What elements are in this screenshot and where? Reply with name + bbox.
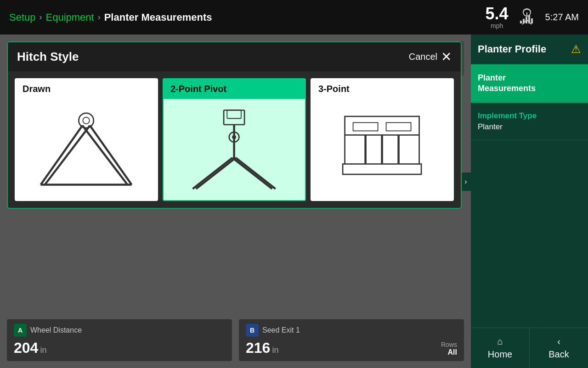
- option-drawn[interactable]: Drawn: [15, 78, 158, 201]
- content-area: Frame Type Single Hitch Style 2-Point Pi…: [0, 34, 471, 368]
- option-2point[interactable]: 2-Point Pivot: [163, 78, 306, 201]
- wheel-distance-unit: in: [40, 345, 46, 355]
- signal-icon: [518, 7, 536, 28]
- seed-exit-measurement: 216 in: [246, 339, 278, 356]
- svg-rect-24: [353, 123, 378, 131]
- svg-rect-25: [386, 123, 411, 131]
- svg-rect-3: [523, 19, 525, 23]
- svg-point-7: [79, 113, 94, 128]
- svg-line-12: [90, 126, 132, 185]
- badge-b: B: [246, 324, 259, 337]
- svg-line-10: [45, 126, 90, 185]
- home-label: Home: [488, 349, 512, 360]
- 3point-illustration: [318, 104, 446, 195]
- main-area: Frame Type Single Hitch Style 2-Point Pi…: [0, 34, 588, 368]
- speed-display: 5.4 mph: [486, 6, 509, 29]
- speed-value: 5.4: [486, 6, 509, 22]
- option-drawn-label: Drawn: [16, 79, 157, 99]
- wheel-distance-field[interactable]: A Wheel Distance 204 in: [7, 319, 232, 361]
- implement-type-value: Planter: [478, 122, 581, 132]
- svg-rect-2: [520, 21, 522, 23]
- svg-rect-5: [528, 15, 530, 23]
- svg-rect-4: [526, 17, 527, 23]
- back-label: Back: [548, 349, 569, 360]
- sidebar-expand-tab[interactable]: ›: [461, 172, 471, 191]
- cancel-label: Cancel: [409, 52, 437, 62]
- svg-line-19: [193, 158, 232, 189]
- breadcrumb-sep-1: ›: [40, 12, 42, 22]
- sidebar-title: Planter Profile: [478, 43, 546, 55]
- options-grid: Drawn: [8, 71, 461, 208]
- svg-rect-29: [343, 164, 422, 175]
- seed-exit-unit: in: [272, 345, 278, 355]
- modal-header: Hitch Style Cancel ✕: [8, 42, 461, 71]
- modal-dialog: Hitch Style Cancel ✕ Drawn: [7, 41, 462, 209]
- wheel-distance-value: 204: [14, 339, 38, 356]
- wheel-distance-label: Wheel Distance: [30, 326, 82, 334]
- seed-exit-header: B Seed Exit 1: [246, 324, 457, 337]
- 2point-illustration: [170, 104, 298, 195]
- svg-line-22: [236, 158, 276, 189]
- time-display: 5:27 AM: [545, 12, 579, 23]
- implement-type-label: Implement Type: [478, 111, 581, 121]
- speed-unit: mph: [486, 22, 509, 29]
- svg-rect-15: [227, 110, 242, 119]
- sidebar: Planter Profile ⚠ PlanterMeasurements Im…: [471, 34, 588, 368]
- drawn-illustration: [23, 104, 150, 195]
- option-2point-image: [164, 99, 305, 200]
- breadcrumb-setup[interactable]: Setup: [9, 12, 36, 23]
- home-button[interactable]: ⌂ Home: [471, 328, 530, 368]
- seed-exit-label: Seed Exit 1: [262, 326, 300, 334]
- modal-title: Hitch Style: [17, 50, 79, 64]
- svg-point-8: [83, 117, 90, 124]
- close-icon: ✕: [441, 49, 452, 64]
- rows-value: All: [441, 348, 457, 356]
- option-drawn-image: [16, 99, 157, 200]
- rows-label: Rows: [441, 341, 457, 348]
- home-icon: ⌂: [497, 336, 503, 347]
- topbar: Setup › Equipment › Planter Measurements…: [0, 0, 588, 34]
- badge-a: A: [14, 324, 27, 337]
- breadcrumb-sep-2: ›: [98, 12, 101, 22]
- warning-icon: ⚠: [571, 43, 581, 56]
- sidebar-bottom-nav: ⌂ Home ‹ Back: [471, 328, 588, 368]
- status-area: 5.4 mph 5:27 AM: [486, 6, 579, 29]
- breadcrumb: Setup › Equipment › Planter Measurements: [9, 12, 212, 23]
- rows-info: Rows All: [441, 341, 457, 356]
- svg-line-20: [196, 158, 236, 189]
- svg-line-21: [232, 158, 272, 189]
- wheel-distance-measurement: 204 in: [14, 339, 225, 356]
- back-icon: ‹: [557, 336, 560, 347]
- svg-line-9: [41, 126, 83, 185]
- cancel-button[interactable]: Cancel ✕: [409, 49, 452, 64]
- sidebar-header: Planter Profile ⚠: [471, 34, 588, 64]
- sidebar-item-planter-measurements[interactable]: PlanterMeasurements: [471, 64, 588, 103]
- option-3point[interactable]: 3-Point: [311, 78, 454, 201]
- option-2point-label: 2-Point Pivot: [164, 79, 305, 99]
- seed-exit-field[interactable]: B Seed Exit 1 216 in Rows All: [239, 319, 464, 361]
- chevron-right-icon: ›: [464, 178, 467, 186]
- svg-rect-6: [531, 18, 533, 23]
- breadcrumb-equipment[interactable]: Equipment: [46, 12, 94, 23]
- back-button[interactable]: ‹ Back: [530, 328, 588, 368]
- sidebar-item-planter-measurements-label: PlanterMeasurements: [478, 73, 581, 94]
- breadcrumb-current: Planter Measurements: [104, 12, 212, 23]
- implement-type-section: Implement Type Planter: [471, 103, 588, 140]
- seed-exit-bottom: 216 in Rows All: [246, 339, 457, 356]
- option-3point-image: [311, 99, 453, 200]
- option-3point-label: 3-Point: [311, 79, 453, 99]
- svg-rect-23: [345, 116, 419, 135]
- seed-exit-value: 216: [246, 339, 270, 356]
- wheel-distance-header: A Wheel Distance: [14, 324, 225, 337]
- bottom-fields: A Wheel Distance 204 in B Seed Exit 1 21…: [0, 312, 471, 368]
- svg-line-11: [83, 126, 128, 185]
